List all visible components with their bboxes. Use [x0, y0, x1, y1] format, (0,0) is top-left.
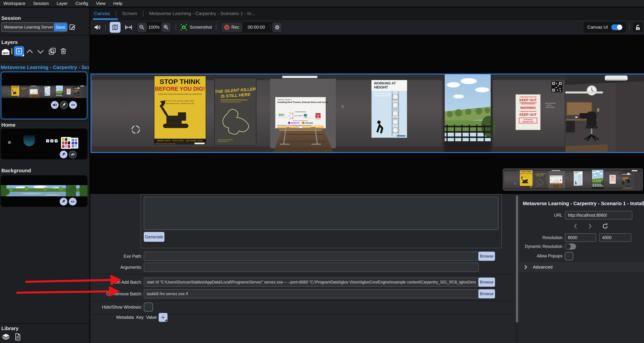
mini-app-icons [46, 139, 58, 142]
canvas-ui-toggle[interactable] [611, 24, 622, 30]
layer-audio-button[interactable] [51, 101, 59, 109]
delete-layer-icon[interactable] [59, 47, 68, 55]
map-view-button[interactable] [110, 22, 120, 33]
divider [91, 274, 514, 274]
screenshot-button[interactable]: Screenshot [180, 24, 212, 31]
advanced-label: Advanced [533, 264, 553, 270]
record-button[interactable]: Rec [221, 22, 242, 32]
zoom-in-button[interactable] [162, 22, 171, 32]
separator [105, 24, 106, 30]
resolution-height-input[interactable] [599, 233, 631, 242]
menu-session[interactable]: Session [33, 1, 49, 6]
nav-forward-icon[interactable] [587, 223, 593, 230]
dynamic-resolution-label: Dynamic Resolution [519, 243, 562, 250]
record-time: 00:00:00 [244, 24, 268, 30]
session-heading: Session [1, 15, 21, 21]
background-heading: Background [1, 168, 31, 174]
metadata-add-button[interactable] [159, 313, 168, 322]
form-scrollbar [515, 194, 519, 343]
on-add-batch-input[interactable] [144, 278, 479, 287]
edit-session-icon[interactable] [68, 24, 76, 31]
separator [176, 24, 176, 30]
url-input[interactable] [565, 211, 632, 220]
form-scrollbar-thumb[interactable] [516, 195, 518, 322]
record-settings-button[interactable] [272, 22, 282, 32]
menu-help[interactable]: Help [113, 1, 122, 6]
save-button[interactable]: Save [54, 23, 67, 31]
layer-thumbnail[interactable] [1, 72, 88, 119]
tab-screen[interactable]: Screen [122, 11, 137, 16]
canvas-viewport[interactable] [90, 34, 644, 194]
app-window: STOP THINK BEFORE YOU DIG! Contact with … [0, 0, 644, 343]
script-textarea[interactable] [144, 197, 498, 230]
menu-config[interactable]: Config [76, 1, 88, 6]
library-document-icon[interactable] [14, 333, 21, 341]
divider [0, 121, 90, 121]
layer-pin-disabled-button[interactable] [60, 101, 68, 109]
home-pin-button[interactable] [60, 150, 68, 158]
menu-layer[interactable]: Layer [56, 1, 68, 6]
background-thumbnail[interactable] [1, 175, 88, 207]
background-visibility-button[interactable] [69, 198, 76, 206]
move-layer-down-icon[interactable] [36, 48, 44, 55]
mini-qr [8, 141, 11, 144]
exe-path-browse-button[interactable]: Browse [478, 252, 495, 261]
tab-canvas[interactable]: Canvas [94, 11, 110, 16]
menu-workspace[interactable]: Workspace [4, 1, 26, 6]
refresh-icon[interactable] [602, 223, 608, 230]
allow-popups-label: Allow Popups [519, 252, 562, 260]
canvas-lock-button[interactable] [633, 22, 643, 32]
separator [143, 11, 144, 16]
home-heading: Home [1, 122, 16, 128]
resolution-width-input[interactable] [565, 233, 596, 242]
on-remove-batch-browse-button[interactable]: Browse [478, 289, 495, 298]
audio-icon[interactable] [94, 24, 101, 31]
divider [0, 323, 90, 324]
metadata-key-label: Key [136, 313, 144, 322]
move-layer-up-icon[interactable] [26, 48, 34, 55]
separator [116, 11, 116, 16]
divider [91, 301, 514, 301]
layer-settings-panel: Metaverse Learning - Carpentry - Scenari… [519, 194, 644, 343]
session-name-field[interactable]: Save [1, 22, 68, 32]
zoom-controls: 100% [136, 22, 172, 33]
background-pin-button[interactable] [60, 198, 68, 206]
add-layer-button[interactable] [14, 46, 24, 56]
hide-show-windows-checkbox[interactable] [144, 302, 153, 312]
hide-show-windows-label: Hide/Show Windows: [90, 302, 142, 312]
record-icon [224, 25, 229, 30]
mini-app-panel [70, 138, 78, 148]
canvas-selection[interactable] [90, 74, 644, 153]
screenshot-camera-icon [180, 24, 187, 31]
layer-item-title[interactable]: Metaverse Learning - Carpentry - Scenari [1, 64, 89, 70]
divider [0, 35, 90, 36]
dynamic-resolution-toggle[interactable] [565, 244, 576, 250]
mini-app-panel [61, 137, 71, 149]
allow-popups-checkbox[interactable] [565, 252, 573, 260]
arguments-input[interactable] [144, 263, 479, 272]
on-remove-batch-input[interactable] [144, 289, 479, 298]
generate-button[interactable]: Generate [144, 232, 164, 242]
layer-properties-form: Generate Exe Path: Browse Arguments: On … [90, 194, 515, 343]
menu-view[interactable]: View [96, 1, 106, 6]
canvas-minimap[interactable] [502, 168, 643, 191]
nav-back-icon[interactable] [573, 223, 578, 230]
on-add-batch-browse-button[interactable]: Browse [478, 278, 495, 287]
advanced-section[interactable]: Advanced [519, 262, 644, 272]
fit-width-icon[interactable] [124, 24, 132, 31]
layer-visibility-button[interactable] [69, 101, 77, 109]
duplicate-layer-icon[interactable] [48, 47, 56, 55]
tab-session-title[interactable]: Metaverse Learning - Carpentry - Scenari… [149, 11, 255, 16]
metadata-value-label: Value [146, 313, 157, 322]
library-heading: Library [1, 326, 19, 331]
layers-heading: Layers [1, 39, 18, 45]
zoom-level: 100% [148, 24, 160, 30]
home-visibility-off-button[interactable] [69, 150, 76, 158]
library-layers-icon[interactable] [2, 333, 10, 341]
zoom-out-button[interactable] [137, 22, 147, 32]
exe-path-label: Exe Path: [90, 252, 142, 261]
home-thumbnail[interactable] [1, 128, 88, 160]
session-name-input[interactable] [2, 25, 54, 30]
igloo-logo-icon: igloo [1, 46, 10, 55]
exe-path-input[interactable] [144, 252, 479, 261]
